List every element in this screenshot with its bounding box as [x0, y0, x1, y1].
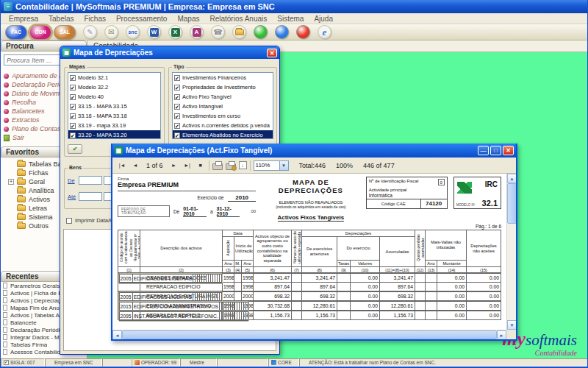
minimize-button[interactable]: — — [478, 146, 489, 155]
col-mais-valias-header: Mais-Valias não tributadas — [426, 230, 467, 261]
checkbox-icon[interactable]: ✔ — [174, 75, 180, 81]
mapa-checkbox-row[interactable]: ✔ Modelo 40 — [68, 92, 160, 102]
menu-item[interactable]: Fichas — [79, 15, 110, 23]
excel-icon[interactable]: X — [168, 25, 182, 39]
checkbox-icon[interactable]: ✔ — [70, 132, 76, 138]
last-page-button[interactable]: ►| — [182, 160, 193, 171]
dialog-title-bar[interactable]: ▦ Mapa de Depreciações ✕ — [60, 46, 279, 59]
menu-item[interactable]: Empresa — [4, 15, 43, 23]
export-button[interactable]: ↓ — [239, 161, 247, 169]
print-button[interactable] — [212, 163, 223, 170]
mapas-select-all-button[interactable]: ✔ — [68, 144, 82, 154]
folder-icon[interactable] — [232, 25, 246, 39]
tipo-checkbox-row[interactable]: ✔ Activos n.correntes detidos p.venda — [173, 121, 273, 130]
snc-icon[interactable]: snc — [126, 25, 140, 39]
quill-icon[interactable]: ✎ — [83, 25, 97, 39]
print-setup-button[interactable] — [226, 163, 236, 170]
toolbar-separator — [250, 160, 251, 171]
access-icon[interactable]: A — [190, 25, 204, 39]
checkbox-icon[interactable]: ✔ — [174, 85, 180, 91]
module-button[interactable]: SAL — [54, 25, 76, 40]
checkbox-icon[interactable]: ✔ — [174, 123, 180, 129]
dialog-close-button[interactable]: ✕ — [267, 49, 277, 57]
col-codigo-header: Código de acordo com a tabela anexa ao D… — [118, 230, 140, 267]
checkbox-icon[interactable]: ✔ — [70, 123, 76, 129]
scroll-right-button[interactable]: ► — [497, 330, 506, 339]
horizontal-scroll-thumb[interactable] — [122, 330, 497, 339]
mapa-checkbox-row[interactable]: ✔ 33.19 - mapa 33.19 — [68, 121, 160, 130]
menu-item[interactable]: Processamento — [111, 15, 172, 23]
tipo-checkbox-row[interactable]: ✔ Investimentos Financeiros — [173, 73, 273, 82]
scroll-left-button[interactable]: ◄ — [112, 330, 122, 339]
tipo-checkbox-row[interactable]: ✔ Elementos Abatidos no Exercício — [173, 130, 273, 139]
vertical-scrollbar[interactable]: ▲ ▼ — [506, 174, 516, 330]
column-number: (15) — [467, 267, 501, 273]
status-icon — [220, 360, 225, 365]
word-icon[interactable]: W — [147, 25, 161, 39]
bens-ate-input[interactable] — [79, 192, 102, 201]
menu-item[interactable]: Relatórios Anuais — [204, 15, 272, 23]
toolbar-separator — [209, 160, 209, 171]
mapas-checklist: ✔ Modelo 32.1 ✔ Modelo 32.2 ✔ Modelo 40 — [68, 72, 161, 139]
menu-item[interactable]: Tabelas — [43, 15, 79, 23]
blue-ball-icon[interactable] — [275, 25, 289, 39]
app-icon: ≡ — [4, 2, 12, 11]
resize-gripper[interactable] — [506, 330, 516, 339]
page-number: Pág.: 1 de 6 — [118, 224, 501, 229]
phone-icon[interactable]: ☎ — [211, 25, 225, 39]
checkbox-icon[interactable]: ✔ — [70, 85, 76, 91]
checkbox-icon[interactable]: ✔ — [70, 113, 76, 119]
checkbox-icon[interactable]: ✔ — [174, 132, 180, 138]
report-title-bar[interactable]: ▦ Mapa de Depreciações (Act.Fixo Tangíve… — [112, 144, 516, 158]
checkbox-icon[interactable]: ✔ — [70, 104, 76, 110]
ie-icon[interactable]: e — [318, 25, 331, 39]
tipo-checkbox-row[interactable]: ✔ Activo Fixo Tangível — [173, 92, 273, 102]
percent-loaded: 100% — [336, 162, 353, 169]
table-row: 2095INST.AGUA ELECT.REF.TELEFONIC. — [118, 311, 249, 322]
vertical-scroll-thumb[interactable] — [507, 183, 516, 224]
zoom-select[interactable]: 110% ▼ — [254, 160, 289, 171]
menu-item[interactable]: Ajuda — [309, 15, 338, 23]
recent-item-label: Parametros Gerais — [10, 283, 60, 289]
prev-page-button[interactable]: ◄ — [130, 160, 140, 171]
expand-icon[interactable]: + — [8, 179, 14, 185]
stop-button[interactable]: ■ — [196, 160, 206, 171]
checkbox-icon[interactable]: ✔ — [174, 113, 180, 119]
mapa-checkbox-row[interactable]: ✔ Modelo 32.2 — [68, 82, 160, 92]
green-ball-icon[interactable] — [254, 25, 268, 39]
mapa-checkbox-row[interactable]: ✔ Modelo 32.1 — [68, 73, 160, 82]
module-button[interactable]: CON — [29, 25, 51, 40]
scroll-up-button[interactable]: ▲ — [507, 174, 516, 183]
dialog-title: Mapa de Depreciações — [74, 49, 153, 57]
imprimir-checkbox[interactable] — [66, 218, 72, 224]
bens-ate-label: Até — [68, 194, 77, 200]
tipo-checkbox-row[interactable]: ✔ Propriedades de Investimento — [173, 82, 273, 92]
mapa-checkbox-row[interactable]: ✔ 33.15 - MAPA 33.15 — [68, 102, 160, 111]
tree-item-label: Fichas — [29, 169, 49, 177]
irc-box: IRC MODELO Nº 32.1 — [453, 177, 501, 209]
maximize-button[interactable]: □ — [490, 146, 501, 155]
checkbox-icon[interactable]: ✔ — [70, 75, 76, 81]
checkbox-icon[interactable]: ✔ — [70, 94, 76, 100]
menu-item[interactable]: Sistema — [272, 15, 309, 23]
bens-group-caption: Bens — [68, 165, 83, 171]
horizontal-scrollbar[interactable]: ◄ ► — [112, 330, 506, 339]
tipo-label: Investimentos Financeiros — [182, 74, 246, 81]
tipo-checkbox-row[interactable]: ✔ Activo Intangível — [173, 102, 273, 111]
close-button[interactable]: ✕ — [503, 146, 514, 155]
scroll-down-button[interactable]: ▼ — [507, 320, 516, 330]
menu-item[interactable]: Mapas — [172, 15, 204, 23]
checkbox-icon[interactable]: ✔ — [174, 104, 180, 110]
module-button[interactable]: FAC — [5, 25, 27, 40]
mapa-checkbox-row[interactable]: ✔ 33.20 - MAPA 33.20 — [68, 130, 160, 139]
next-page-button[interactable]: ► — [169, 160, 179, 171]
first-page-button[interactable]: |◄ — [117, 160, 127, 171]
cae-label: Código CAE — [367, 202, 420, 206]
red-ball-icon[interactable] — [296, 25, 310, 39]
mapa-checkbox-row[interactable]: ✔ 33.18 - MAPA 33.18 — [68, 111, 160, 121]
chevron-down-icon[interactable]: ▼ — [279, 161, 288, 170]
checkbox-icon[interactable]: ✔ — [174, 94, 180, 100]
mail-icon[interactable]: ✉ — [104, 25, 118, 39]
bens-de-input[interactable] — [79, 176, 102, 185]
tipo-checkbox-row[interactable]: ✔ Investimentos em curso — [173, 111, 273, 121]
